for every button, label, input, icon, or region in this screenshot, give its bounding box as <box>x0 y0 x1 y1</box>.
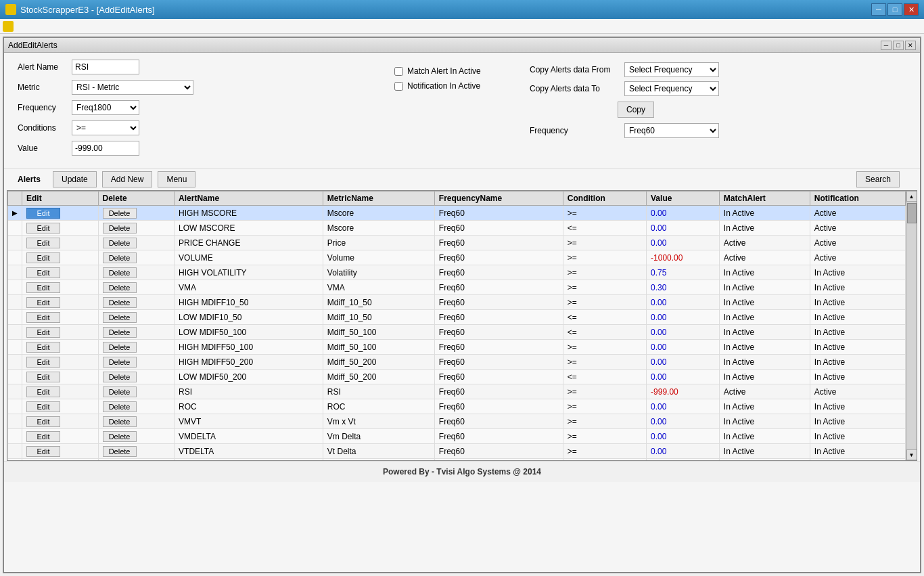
delete-button[interactable]: Delete <box>103 386 137 397</box>
metric-name-cell: Mdiff_50_100 <box>323 340 434 355</box>
left-form: Alert Name Metric RSI - Metric Price Vol… <box>18 60 394 161</box>
frequency-name-cell: Freq60 <box>434 384 563 399</box>
edit-button[interactable]: Edit <box>26 416 60 427</box>
edit-button[interactable]: Edit <box>26 252 60 263</box>
alert-name-input[interactable] <box>72 60 139 74</box>
match-alert-row: Match Alert In Active <box>394 66 530 76</box>
table-header-row: Edit Delete AlertName MetricName Frequen… <box>8 192 906 206</box>
search-button[interactable]: Search <box>856 171 900 187</box>
right-form: Copy Alerts data From Select Frequency F… <box>530 60 906 161</box>
table-row: EditDeleteVMAVMAFreq60>=0.30In ActiveIn … <box>8 280 906 295</box>
delete-button[interactable]: Delete <box>103 282 137 293</box>
condition-cell: >= <box>563 236 646 250</box>
scroll-thumb[interactable] <box>907 203 917 223</box>
scroll-up-arrow[interactable]: ▲ <box>906 191 917 202</box>
maximize-button[interactable]: □ <box>887 3 902 16</box>
conditions-select[interactable]: >= <= > < <box>72 120 139 135</box>
alert-name-cell: LOW MMSCORE <box>175 459 323 461</box>
frequency-name-cell: Freq60 <box>434 310 563 325</box>
match-alert-cell: Active <box>719 384 810 399</box>
edit-button[interactable]: Edit <box>26 446 60 457</box>
metric-name-cell: RSI <box>323 384 434 399</box>
delete-button[interactable]: Delete <box>103 297 137 308</box>
title-bar: StockScrapperE3 - [AddEditAlerts] ─ □ ✕ <box>0 0 924 19</box>
row-indicator <box>8 221 22 236</box>
alert-name-cell: RSI <box>175 384 323 399</box>
edit-button[interactable]: Edit <box>26 312 60 323</box>
scrollbar[interactable]: ▲ ▼ <box>906 191 917 460</box>
edit-cell: Edit <box>22 355 99 370</box>
frequency-name-cell: Freq60 <box>434 370 563 384</box>
frequency-name-cell: Freq60 <box>434 459 563 461</box>
metric-select[interactable]: RSI - Metric Price Volume <box>72 80 193 95</box>
delete-button[interactable]: Delete <box>103 223 137 234</box>
edit-button[interactable]: Edit <box>26 223 60 234</box>
delete-button[interactable]: Delete <box>103 416 137 427</box>
delete-button[interactable]: Delete <box>103 357 137 368</box>
notification-cell: In Active <box>810 325 905 340</box>
edit-cell: Edit <box>22 206 99 221</box>
delete-button[interactable]: Delete <box>103 372 137 382</box>
inner-maximize[interactable]: □ <box>893 41 904 50</box>
delete-button[interactable]: Delete <box>103 446 137 457</box>
alert-name-label: Alert Name <box>18 62 72 72</box>
edit-button[interactable]: Edit <box>26 208 60 219</box>
update-button[interactable]: Update <box>53 171 97 187</box>
conditions-row: Conditions >= <= > < <box>18 120 394 135</box>
delete-button[interactable]: Delete <box>103 327 137 338</box>
notification-checkbox[interactable] <box>394 82 403 91</box>
edit-button[interactable]: Edit <box>26 401 60 412</box>
frequency2-select[interactable]: Freq60 Freq300 Freq1800 Freq3600 <box>624 123 719 138</box>
edit-button[interactable]: Edit <box>26 431 60 442</box>
inner-close[interactable]: ✕ <box>905 41 916 50</box>
minimize-button[interactable]: ─ <box>871 3 886 16</box>
row-indicator <box>8 265 22 280</box>
delete-button[interactable]: Delete <box>103 252 137 263</box>
edit-cell: Edit <box>22 236 99 250</box>
frequency-select[interactable]: Freq1800 Freq60 Freq300 Freq3600 <box>72 100 139 115</box>
edit-button[interactable]: Edit <box>26 267 60 278</box>
match-alert-checkbox[interactable] <box>394 67 403 76</box>
table-scroll[interactable]: Edit Delete AlertName MetricName Frequen… <box>7 191 906 460</box>
copy-button[interactable]: Copy <box>618 102 654 118</box>
metric-name-cell: Mdiff_50_200 <box>323 355 434 370</box>
close-button[interactable]: ✕ <box>904 3 919 16</box>
value-cell: 0.00 <box>647 310 720 325</box>
edit-cell: Edit <box>22 444 99 459</box>
col-frequencyname: FrequencyName <box>434 192 563 206</box>
metric-name-cell: Mscore <box>323 206 434 221</box>
delete-cell: Delete <box>98 236 175 250</box>
col-matchalert: MatchAlert <box>719 192 810 206</box>
edit-cell: Edit <box>22 370 99 384</box>
edit-button[interactable]: Edit <box>26 386 60 397</box>
edit-button[interactable]: Edit <box>26 357 60 368</box>
delete-button[interactable]: Delete <box>103 208 137 219</box>
delete-button[interactable]: Delete <box>103 267 137 278</box>
delete-button[interactable]: Delete <box>103 238 137 248</box>
delete-button[interactable]: Delete <box>103 342 137 353</box>
edit-button[interactable]: Edit <box>26 297 60 308</box>
edit-button[interactable]: Edit <box>26 342 60 353</box>
frequency-name-cell: Freq60 <box>434 340 563 355</box>
match-alert-cell: In Active <box>719 414 810 429</box>
menu-button[interactable]: Menu <box>158 171 195 187</box>
edit-button[interactable]: Edit <box>26 327 60 338</box>
delete-button[interactable]: Delete <box>103 401 137 412</box>
main-window: StockScrapperE3 - [AddEditAlerts] ─ □ ✕ … <box>0 0 924 576</box>
inner-minimize[interactable]: ─ <box>881 41 892 50</box>
edit-button[interactable]: Edit <box>26 372 60 382</box>
alert-name-cell: LOW MDIF50_100 <box>175 325 323 340</box>
copy-from-select[interactable]: Select Frequency Freq60 Freq300 Freq1800 <box>624 62 719 77</box>
inner-window-title: AddEditAlerts <box>8 41 57 50</box>
value-input[interactable] <box>72 141 139 156</box>
notification-cell: In Active <box>810 414 905 429</box>
edit-button[interactable]: Edit <box>26 238 60 248</box>
delete-button[interactable]: Delete <box>103 431 137 442</box>
add-new-button[interactable]: Add New <box>102 171 153 187</box>
edit-button[interactable]: Edit <box>26 282 60 293</box>
delete-button[interactable]: Delete <box>103 312 137 323</box>
table-row: EditDeleteHIGH MDIFF10_50Mdiff_10_50Freq… <box>8 295 906 310</box>
scroll-down-arrow[interactable]: ▼ <box>906 449 917 460</box>
table-row: EditDeleteROCROCFreq60>=0.00In ActiveIn … <box>8 399 906 414</box>
copy-to-select[interactable]: Select Frequency Freq60 Freq300 Freq1800 <box>624 81 719 96</box>
